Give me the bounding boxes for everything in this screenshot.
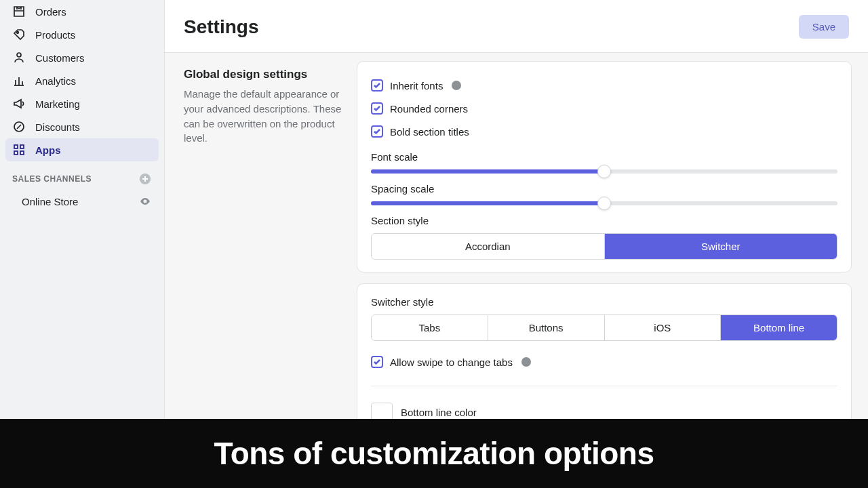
promo-banner: Tons of customization options	[0, 419, 868, 488]
switcher-bottom-line[interactable]: Bottom line	[720, 315, 837, 340]
section-desc: Manage the default appearance or your ad…	[184, 87, 343, 146]
section-style-switcher[interactable]: Switcher	[604, 234, 837, 259]
sidebar-item-products[interactable]: Products	[5, 23, 159, 46]
apps-icon	[12, 143, 26, 157]
svg-rect-4	[20, 145, 24, 148]
svg-rect-6	[20, 151, 24, 155]
checkbox-label: Bold section titles	[390, 126, 469, 138]
save-button[interactable]: Save	[799, 15, 849, 39]
customers-icon	[12, 51, 26, 64]
divider	[371, 386, 837, 386]
info-icon[interactable]	[451, 80, 462, 91]
info-icon[interactable]	[521, 357, 532, 367]
orders-icon	[12, 5, 26, 18]
nav-label: Orders	[35, 6, 66, 18]
main: Settings Save Global design settings Man…	[164, 0, 868, 488]
switcher-ios[interactable]: iOS	[604, 315, 721, 340]
switcher-buttons[interactable]: Buttons	[488, 315, 604, 340]
sidebar-item-discounts[interactable]: Discounts	[5, 115, 159, 138]
checkbox-bold-titles[interactable]	[371, 125, 383, 138]
topbar: Settings Save	[165, 0, 868, 53]
svg-point-0	[17, 32, 19, 34]
discounts-icon	[12, 120, 26, 134]
slider-thumb[interactable]	[597, 165, 611, 178]
global-design-card: Inherit fonts Rounded corners Bold secti…	[357, 61, 852, 272]
nav-label: Customers	[35, 52, 85, 64]
sales-channels-header: SALES CHANNELS	[5, 161, 159, 190]
svg-point-8	[452, 81, 461, 90]
checkbox-inherit-fonts[interactable]	[371, 79, 383, 92]
products-icon	[12, 28, 26, 41]
switcher-style-label: Switcher style	[371, 296, 837, 308]
nav-label: Apps	[35, 144, 61, 156]
spacing-scale-slider[interactable]	[371, 201, 837, 205]
section-label: SALES CHANNELS	[12, 174, 92, 184]
page-title: Settings	[184, 16, 258, 38]
sidebar-item-marketing[interactable]: Marketing	[5, 92, 159, 115]
svg-rect-5	[14, 151, 18, 155]
channel-online-store[interactable]: Online Store	[5, 190, 159, 213]
section-style-segment: Accordian Switcher	[371, 233, 837, 260]
nav-label: Products	[35, 29, 75, 41]
slider-thumb[interactable]	[597, 197, 611, 210]
section-style-label: Section style	[371, 215, 837, 226]
sidebar: Orders Products Customers Analytics Mark…	[0, 0, 164, 488]
view-store-icon[interactable]	[138, 195, 152, 208]
sidebar-item-apps[interactable]: Apps	[5, 138, 159, 161]
switcher-tabs[interactable]: Tabs	[372, 315, 488, 340]
svg-rect-3	[14, 145, 18, 148]
section-style-accordian[interactable]: Accordian	[372, 234, 604, 259]
sidebar-item-orders[interactable]: Orders	[5, 0, 159, 23]
marketing-icon	[12, 97, 26, 110]
color-label: Bottom line color	[401, 407, 477, 418]
sidebar-item-customers[interactable]: Customers	[5, 46, 159, 69]
font-scale-slider[interactable]	[371, 169, 837, 174]
spacing-scale-label: Spacing scale	[371, 183, 837, 195]
add-channel-icon[interactable]	[138, 172, 152, 186]
section-title: Global design settings	[184, 68, 343, 81]
nav-label: Discounts	[35, 121, 80, 133]
svg-point-1	[17, 53, 21, 57]
sidebar-item-analytics[interactable]: Analytics	[5, 69, 159, 92]
checkbox-rounded-corners[interactable]	[371, 102, 383, 115]
channel-label: Online Store	[22, 196, 78, 207]
checkbox-label: Rounded corners	[390, 103, 468, 115]
switcher-style-segment: Tabs Buttons iOS Bottom line	[371, 314, 837, 341]
svg-point-9	[521, 357, 531, 367]
nav-label: Analytics	[35, 75, 76, 87]
font-scale-label: Font scale	[371, 151, 837, 163]
checkbox-allow-swipe[interactable]	[371, 356, 383, 368]
checkbox-label: Inherit fonts	[390, 80, 443, 92]
nav-label: Marketing	[35, 98, 80, 110]
analytics-icon	[12, 74, 26, 87]
checkbox-label: Allow swipe to change tabs	[390, 357, 513, 368]
